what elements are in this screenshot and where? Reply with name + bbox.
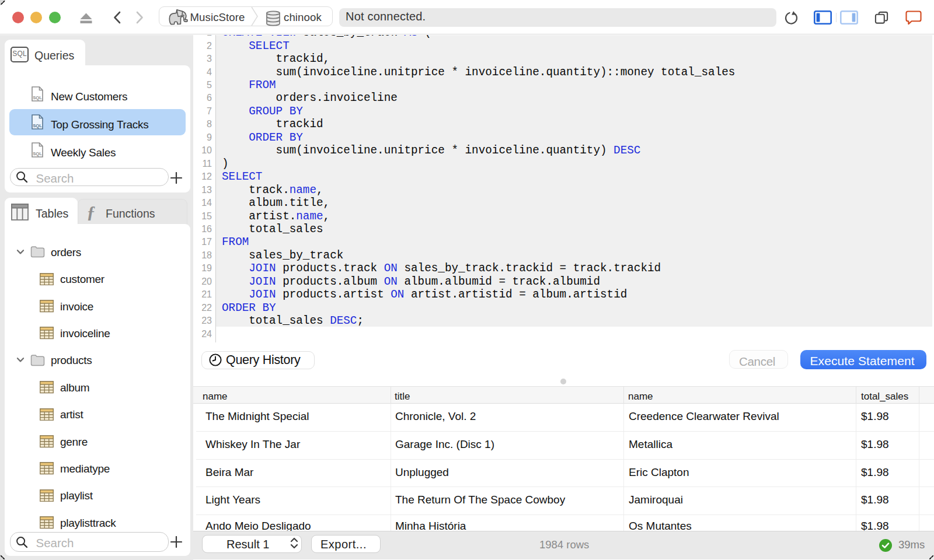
svg-text:SQL: SQL — [33, 151, 42, 156]
svg-text:SQL: SQL — [33, 123, 42, 128]
svg-text:SQL: SQL — [12, 50, 27, 58]
svg-text:SQL: SQL — [33, 95, 42, 100]
svg-text:ƒ: ƒ — [87, 202, 96, 221]
